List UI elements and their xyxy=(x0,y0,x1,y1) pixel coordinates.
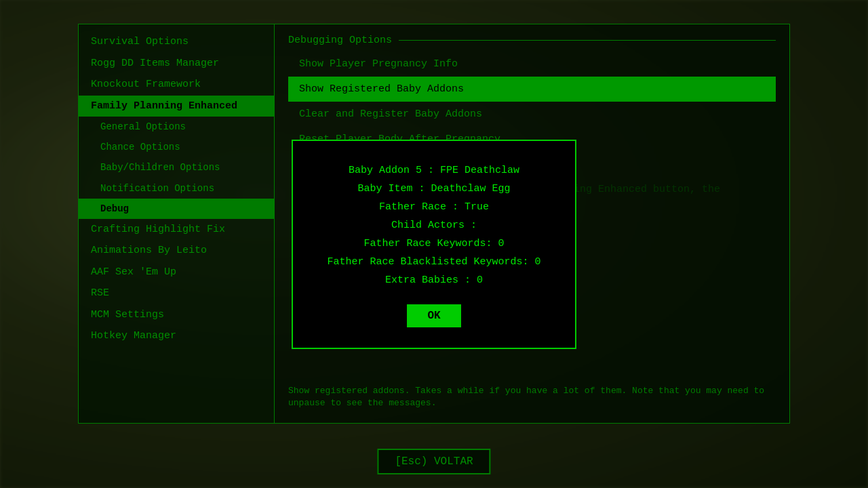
modal-ok-button[interactable]: OK xyxy=(407,304,460,327)
modal-overlay: Baby Addon 5 : FPE DeathclawBaby Item : … xyxy=(0,0,868,488)
modal-dialog: Baby Addon 5 : FPE DeathclawBaby Item : … xyxy=(292,140,576,349)
modal-line: Extra Babies : 0 xyxy=(320,271,548,289)
modal-line: Father Race : True xyxy=(320,198,548,216)
modal-line: Child Actors : xyxy=(320,216,548,235)
modal-line: Father Race Blacklisted Keywords: 0 xyxy=(320,253,548,271)
modal-content: Baby Addon 5 : FPE DeathclawBaby Item : … xyxy=(320,161,548,289)
modal-line: Baby Item : Deathclaw Egg xyxy=(320,180,548,198)
modal-line: Baby Addon 5 : FPE Deathclaw xyxy=(320,161,548,180)
modal-line: Father Race Keywords: 0 xyxy=(320,235,548,253)
